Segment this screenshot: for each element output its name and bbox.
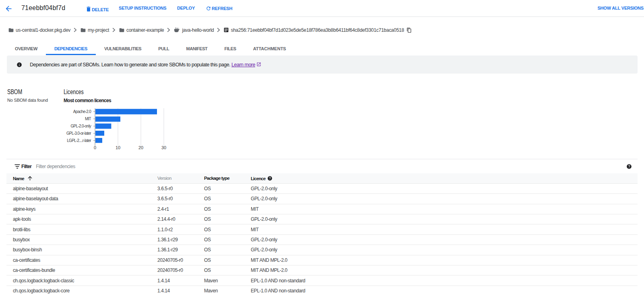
svg-text:20: 20: [138, 145, 143, 150]
svg-text:10: 10: [116, 145, 120, 150]
svg-text:0: 0: [94, 145, 96, 150]
svg-text:LGPL-2....r-later: LGPL-2....r-later: [67, 138, 91, 143]
svg-text:MIT: MIT: [85, 117, 91, 121]
svg-text:Apache-2.0: Apache-2.0: [73, 109, 91, 114]
svg-text:30: 30: [161, 145, 166, 150]
svg-text:GPL-3.0-or-later: GPL-3.0-or-later: [66, 131, 91, 136]
svg-text:GPL-2.0-only: GPL-2.0-only: [70, 124, 91, 128]
